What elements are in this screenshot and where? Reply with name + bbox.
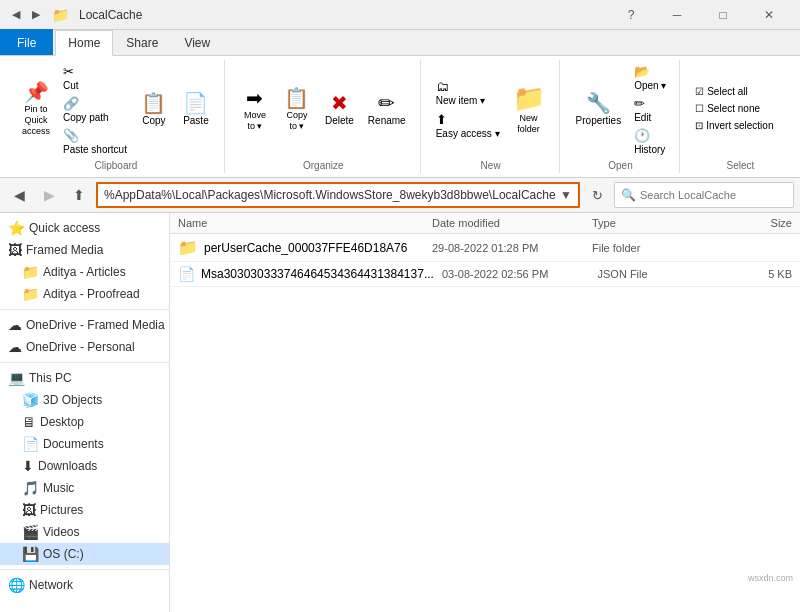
documents-label: Documents xyxy=(43,437,104,451)
selectnone-button[interactable]: ☐ Select none xyxy=(690,101,790,116)
tab-view[interactable]: View xyxy=(171,29,223,55)
documents-icon: 📄 xyxy=(22,436,39,452)
cut-button[interactable]: ✂ Cut xyxy=(58,62,132,93)
file-name-text-0: perUserCache_000037FFE46D18A76 xyxy=(204,241,407,255)
address-bar[interactable]: %AppData%\Local\Packages\Microsoft.Windo… xyxy=(96,182,580,208)
file-list-header: Name Date modified Type Size xyxy=(170,213,800,234)
moveto-button[interactable]: ➡ Moveto ▾ xyxy=(235,84,275,136)
newfolder-icon: 📁 xyxy=(513,85,545,111)
copy-button[interactable]: 📋 Copy xyxy=(134,89,174,130)
tab-home[interactable]: Home xyxy=(55,30,113,56)
help-button[interactable]: ? xyxy=(608,0,654,30)
newfolder-button[interactable]: 📁 Newfolder xyxy=(507,81,551,139)
pasteshortcut-label: Paste shortcut xyxy=(63,144,127,155)
copypath-button[interactable]: 🔗 Copy path xyxy=(58,94,132,125)
edit-button[interactable]: ✏ Edit xyxy=(629,94,671,125)
forward-button[interactable]: ▶ xyxy=(36,182,62,208)
sidebar-item-downloads[interactable]: ⬇ Downloads xyxy=(0,455,169,477)
search-input[interactable] xyxy=(640,189,787,201)
file-name-0: 📁 perUserCache_000037FFE46D18A76 xyxy=(178,238,432,257)
sidebar-item-framedmedia[interactable]: 🖼 Framed Media xyxy=(0,239,169,261)
sidebar-item-osc[interactable]: 💾 OS (C:) xyxy=(0,543,169,565)
title-bar-left: ◀ ▶ 📁 LocalCache xyxy=(8,5,142,25)
onedrive-framed-label: OneDrive - Framed Media xyxy=(26,318,165,332)
file-row-1[interactable]: 📄 Msa303030333746464534364431384137... 0… xyxy=(170,262,800,287)
3dobjects-icon: 🧊 xyxy=(22,392,39,408)
title-bar-controls: ? ─ □ ✕ xyxy=(608,0,792,30)
pictures-label: Pictures xyxy=(40,503,83,517)
back-button[interactable]: ◀ xyxy=(6,182,32,208)
sidebar-item-onedrive-framed[interactable]: ☁ OneDrive - Framed Media xyxy=(0,314,169,336)
cut-icon: ✂ xyxy=(63,64,74,79)
sidebar-item-videos[interactable]: 🎬 Videos xyxy=(0,521,169,543)
network-icon: 🌐 xyxy=(8,577,25,593)
ribbon-group-clipboard: 📌 Pin to Quickaccess ✂ Cut 🔗 Copy path 📎… xyxy=(8,60,225,173)
sidebar-item-documents[interactable]: 📄 Documents xyxy=(0,433,169,455)
ribbon-select-items: ☑ Select all ☐ Select none ⊡ Invert sele… xyxy=(690,62,790,171)
selectall-button[interactable]: ☑ Select all xyxy=(690,84,790,99)
edit-label: Edit xyxy=(634,112,651,123)
copy-label: Copy xyxy=(142,115,165,126)
sidebar-item-aditya-articles[interactable]: 📁 Aditya - Articles xyxy=(0,261,169,283)
pasteshortcut-button[interactable]: 📎 Paste shortcut xyxy=(58,126,132,157)
sidebar-item-network[interactable]: 🌐 Network xyxy=(0,574,169,596)
search-box[interactable]: 🔍 xyxy=(614,182,794,208)
sidebar-item-3dobjects[interactable]: 🧊 3D Objects xyxy=(0,389,169,411)
pin-icon: 📌 xyxy=(24,82,49,102)
sidebar-item-onedrive-personal[interactable]: ☁ OneDrive - Personal xyxy=(0,336,169,358)
invertselection-button[interactable]: ⊡ Invert selection xyxy=(690,118,790,133)
sidebar-item-desktop[interactable]: 🖥 Desktop xyxy=(0,411,169,433)
refresh-button[interactable]: ↻ xyxy=(584,182,610,208)
quick-forward-icon[interactable]: ▶ xyxy=(28,6,44,23)
paste-label: Paste xyxy=(183,115,209,126)
quick-back-icon[interactable]: ◀ xyxy=(8,6,24,23)
properties-button[interactable]: 🔧 Properties xyxy=(570,89,628,130)
ribbon-group-select: ☑ Select all ☐ Select none ⊡ Invert sele… xyxy=(682,60,798,173)
3dobjects-label: 3D Objects xyxy=(43,393,102,407)
file-area: Name Date modified Type Size 📁 perUserCa… xyxy=(170,213,800,612)
sidebar-item-thispc[interactable]: 💻 This PC xyxy=(0,367,169,389)
ribbon-organize-items: ➡ Moveto ▾ 📋 Copyto ▾ ✖ Delete ✏ Rename xyxy=(235,62,412,171)
rename-button[interactable]: ✏ Rename xyxy=(362,89,412,130)
newitem-button[interactable]: 🗂 New item ▾ xyxy=(431,77,505,108)
col-header-type[interactable]: Type xyxy=(592,217,712,229)
col-header-name[interactable]: Name xyxy=(178,217,432,229)
title-bar-title: LocalCache xyxy=(79,8,142,22)
paste-button[interactable]: 📄 Paste xyxy=(176,89,216,130)
pictures-icon: 🖼 xyxy=(22,502,36,518)
watermark: wsxdn.com xyxy=(745,572,796,584)
delete-button[interactable]: ✖ Delete xyxy=(319,89,360,130)
open-button[interactable]: 📂 Open ▾ xyxy=(629,62,671,93)
delete-icon: ✖ xyxy=(331,93,348,113)
tab-file[interactable]: File xyxy=(0,29,53,55)
desktop-icon: 🖥 xyxy=(22,414,36,430)
col-header-date[interactable]: Date modified xyxy=(432,217,592,229)
moveto-label: Moveto ▾ xyxy=(244,110,266,132)
sidebar-item-aditya-proofread[interactable]: 📁 Aditya - Proofread xyxy=(0,283,169,305)
file-icon-1: 📄 xyxy=(178,266,195,282)
up-button[interactable]: ⬆ xyxy=(66,182,92,208)
sidebar-item-quickaccess[interactable]: ⭐ Quick access xyxy=(0,217,169,239)
copyto-button[interactable]: 📋 Copyto ▾ xyxy=(277,84,317,136)
aditya-proofread-icon: 📁 xyxy=(22,286,39,302)
tab-share[interactable]: Share xyxy=(113,29,171,55)
sidebar-item-music[interactable]: 🎵 Music xyxy=(0,477,169,499)
history-button[interactable]: 🕐 History xyxy=(629,126,671,157)
address-dropdown-icon[interactable]: ▼ xyxy=(560,188,572,202)
file-date-0: 29-08-2022 01:28 PM xyxy=(432,242,592,254)
close-button[interactable]: ✕ xyxy=(746,0,792,30)
network-label: Network xyxy=(29,578,73,592)
minimize-button[interactable]: ─ xyxy=(654,0,700,30)
col-header-size[interactable]: Size xyxy=(712,217,792,229)
easyaccess-button[interactable]: ⬆ Easy access ▾ xyxy=(431,110,505,141)
copypath-label: Copy path xyxy=(63,112,109,123)
maximize-button[interactable]: □ xyxy=(700,0,746,30)
pin-button[interactable]: 📌 Pin to Quickaccess xyxy=(16,78,56,140)
sidebar-item-pictures[interactable]: 🖼 Pictures xyxy=(0,499,169,521)
videos-icon: 🎬 xyxy=(22,524,39,540)
select-label: Select xyxy=(682,160,798,171)
downloads-icon: ⬇ xyxy=(22,458,34,474)
history-icon: 🕐 xyxy=(634,128,650,143)
file-row-0[interactable]: 📁 perUserCache_000037FFE46D18A76 29-08-2… xyxy=(170,234,800,262)
sidebar-divider-3 xyxy=(0,569,169,570)
